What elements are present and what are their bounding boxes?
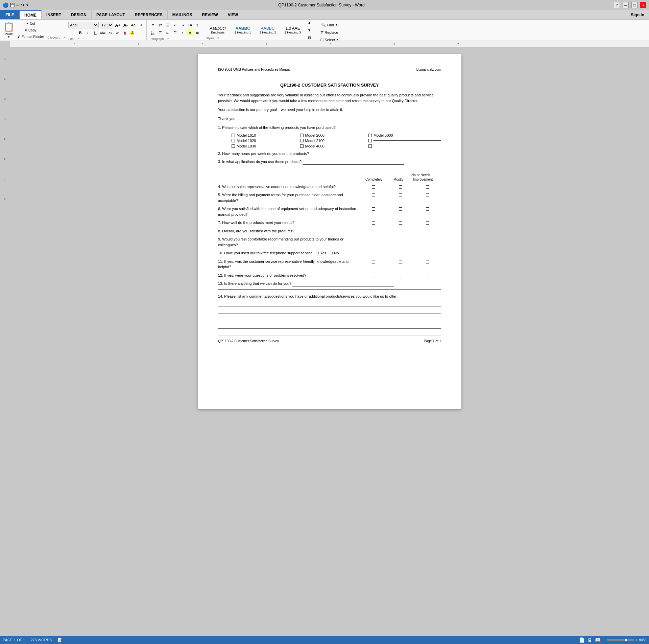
find-button[interactable]: 🔍 Find ▼ (319, 22, 340, 28)
numbering-button[interactable]: 1≡ (157, 22, 164, 28)
q10-no-checkbox[interactable]: ☐ No (330, 250, 339, 256)
multilevel-button[interactable]: ☰ (164, 22, 171, 28)
font-size-select[interactable]: 12 (100, 22, 113, 28)
replace-button[interactable]: ⇄ Replace (318, 29, 340, 36)
align-right-button[interactable]: ⬰ (164, 29, 171, 36)
q7-cb-no[interactable] (426, 221, 429, 225)
align-center-button[interactable]: ☰ (157, 29, 164, 36)
q4-cb-completely[interactable] (372, 185, 375, 189)
zoom-out-button[interactable]: − (603, 638, 605, 642)
tab-page-layout[interactable]: PAGE LAYOUT (92, 10, 130, 19)
borders-button[interactable]: ⊞ (194, 29, 201, 36)
tab-review[interactable]: REVIEW (197, 10, 223, 19)
q12-cb-completely[interactable] (372, 274, 375, 277)
maximize-button[interactable]: □ (631, 2, 638, 8)
font-name-select[interactable]: Arial (68, 22, 99, 28)
styles-scroll-down[interactable]: ▼ (306, 27, 313, 33)
increase-indent-button[interactable]: ⇥ (179, 22, 186, 28)
view-web-icon[interactable]: 🖥 (587, 637, 592, 643)
q11-cb-completely[interactable] (372, 260, 375, 263)
highlight-button[interactable]: A (129, 29, 136, 36)
tab-references[interactable]: REFERENCES (130, 10, 168, 19)
strikethrough-button[interactable]: abc (99, 29, 106, 36)
quick-access-save[interactable]: 💾 (10, 3, 15, 7)
checkbox-4000[interactable] (300, 144, 304, 148)
tab-mailings[interactable]: MAILINGS (168, 10, 197, 19)
clear-formatting-button[interactable]: ✦ (138, 22, 144, 28)
view-print-icon[interactable]: 📄 (579, 637, 585, 643)
view-read-icon[interactable]: 📖 (595, 637, 601, 643)
proofread-icon[interactable]: 📝 (57, 638, 62, 642)
q8-cb-no[interactable] (426, 230, 429, 233)
q9-cb-completely[interactable] (372, 238, 375, 241)
checkbox-1010[interactable] (232, 134, 235, 137)
q4-cb-mostly[interactable] (399, 185, 402, 189)
sign-in-button[interactable]: Sign in (626, 10, 649, 19)
styles-more[interactable]: ⊡ (306, 34, 313, 41)
close-button[interactable]: × (640, 2, 646, 8)
subscript-button[interactable]: X₂ (107, 29, 114, 36)
q6-cb-completely[interactable] (372, 207, 375, 211)
tab-view[interactable]: VIEW (223, 10, 243, 19)
checkbox-2100[interactable] (300, 139, 304, 142)
q9-cb-mostly[interactable] (399, 238, 402, 241)
paste-dropdown[interactable]: ▼ (7, 36, 10, 39)
style-heading2[interactable]: AABBC ¶ Heading 2 (256, 25, 280, 35)
paste-button[interactable]: 📋 Paste ▼ (3, 22, 14, 39)
q11-cb-no[interactable] (426, 260, 429, 263)
cut-button[interactable]: ✂ Cut (16, 21, 46, 26)
quick-access-undo[interactable]: ↩ (16, 3, 20, 7)
q12-cb-no[interactable] (426, 274, 429, 277)
help-button[interactable]: ? (614, 2, 620, 8)
tab-home[interactable]: HOME (20, 10, 42, 19)
q12-cb-mostly[interactable] (399, 274, 402, 277)
q5-cb-no[interactable] (426, 193, 429, 197)
q5-cb-completely[interactable] (372, 193, 375, 197)
zoom-level[interactable]: 80% (639, 638, 646, 642)
style-heading1[interactable]: AABBC ¶ Heading 1 (231, 25, 255, 35)
bold-button[interactable]: B (77, 29, 84, 36)
bullets-button[interactable]: ≡ (149, 22, 156, 28)
increase-font-button[interactable]: A+ (114, 22, 121, 28)
q6-cb-no[interactable] (426, 207, 429, 211)
shading-button[interactable]: A (187, 29, 193, 36)
style-heading3[interactable]: 1.0 AAE ¶ Heading 3 (281, 25, 305, 35)
decrease-indent-button[interactable]: ⇤ (172, 22, 178, 28)
change-case-button[interactable]: Aa (130, 22, 137, 28)
format-painter-button[interactable]: 🖌 Format Painter (16, 34, 46, 40)
underline-button[interactable]: U (92, 29, 99, 36)
font-color-button[interactable]: A (122, 29, 128, 36)
q11-cb-mostly[interactable] (399, 260, 402, 263)
minimize-button[interactable]: — (623, 2, 629, 8)
q7-cb-mostly[interactable] (399, 221, 402, 225)
checkbox-5000[interactable] (368, 134, 372, 137)
italic-button[interactable]: I (85, 29, 91, 36)
styles-scroll-up[interactable]: ▲ (306, 19, 313, 26)
copy-button[interactable]: ⧉ Copy (16, 27, 46, 33)
q5-cb-mostly[interactable] (399, 193, 402, 197)
tab-insert[interactable]: INSERT (42, 10, 66, 19)
align-left-button[interactable]: ⬱ (149, 29, 156, 36)
q4-cb-no[interactable] (426, 185, 429, 189)
q8-cb-mostly[interactable] (399, 230, 402, 233)
q7-cb-completely[interactable] (372, 221, 375, 225)
zoom-slider[interactable] (607, 639, 634, 641)
q9-cb-no[interactable] (426, 238, 429, 241)
checkbox-blank2[interactable] (368, 144, 372, 148)
superscript-button[interactable]: X² (114, 29, 121, 36)
q6-cb-mostly[interactable] (399, 207, 402, 211)
justify-button[interactable]: ☷ (172, 29, 178, 36)
sort-button[interactable]: ↕A (187, 22, 193, 28)
checkbox-1020[interactable] (232, 139, 235, 142)
quick-access-customize[interactable]: ▼ (26, 3, 29, 7)
checkbox-2000[interactable] (300, 134, 304, 137)
line-spacing-button[interactable]: ↕ (179, 29, 186, 36)
quick-access-redo[interactable]: ↪ (21, 3, 24, 7)
checkbox-1030[interactable] (232, 144, 235, 148)
zoom-in-button[interactable]: + (635, 638, 638, 642)
checkbox-blank1[interactable] (368, 139, 372, 142)
tab-design[interactable]: DESIGN (66, 10, 92, 19)
decrease-font-button[interactable]: A- (122, 22, 129, 28)
tab-file[interactable]: FILE (0, 10, 20, 19)
show-formatting-button[interactable]: ¶ (194, 22, 201, 28)
